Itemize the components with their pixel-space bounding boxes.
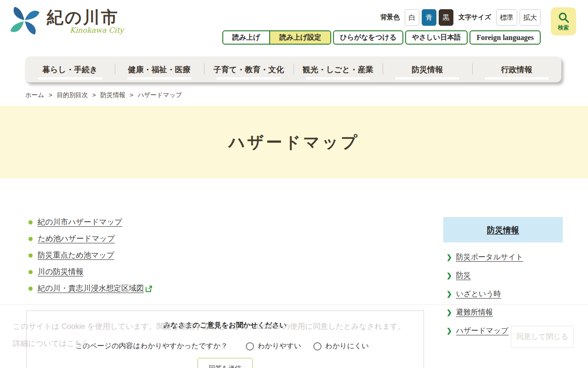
read-aloud-button[interactable]: 読み上げ [223, 31, 270, 44]
breadcrumb-separator: > [130, 92, 133, 98]
bullet-icon [28, 287, 33, 291]
font-standard-button[interactable]: 標準 [496, 9, 517, 26]
bosai-sidebar: 防災情報 ❯ 防災ポータルサイト ❯ 防災 ❯ いざという時 ❯ 避難所情報 ❯… [443, 217, 563, 340]
feedback-question: このページの内容はわかりやすかったですか？ [75, 341, 228, 351]
breadcrumb-separator: > [92, 92, 96, 98]
breadcrumb-bosai[interactable]: 防災情報 [100, 92, 125, 98]
nav-item-kenko[interactable]: 健康・福祉・医療 [115, 57, 204, 82]
site-header: 紀の川市 Kinokawa City 背景色 白 青 黒 文字サイズ 標準 拡大… [0, 0, 588, 51]
search-button[interactable]: 検索 [551, 7, 576, 35]
link-tameike-hazard-map[interactable]: ため池ハザードマップ [38, 234, 115, 244]
bullet-icon [28, 237, 33, 241]
bg-blue-button[interactable]: 青 [422, 9, 436, 26]
sidebar-link-bosai[interactable]: 防災 [456, 271, 471, 281]
bullet-icon [28, 253, 33, 258]
bullet-icon [28, 270, 33, 274]
nav-item-gyosei[interactable]: 行政情報 [472, 57, 562, 82]
hiragana-button[interactable]: ひらがなをつける [333, 30, 403, 45]
foreign-languages-button[interactable]: Foreign languages [469, 30, 541, 45]
chevron-right-icon: ❯ [447, 309, 452, 316]
kinokawa-logo-icon [9, 6, 40, 36]
list-item: 川の防災情報 [28, 264, 153, 280]
external-link-icon [146, 285, 153, 292]
chevron-right-icon: ❯ [447, 272, 452, 279]
assist-toolbar: 読み上げ 読み上げ設定 ひらがなをつける やさしい日本語 Foreign lan… [222, 30, 541, 45]
link-kawa-bosai-joho[interactable]: 川の防災情報 [38, 267, 83, 277]
feedback-title: みなさまのご意見をお聞かせください [27, 321, 424, 330]
radio-label-hard: わかりにくい [325, 341, 369, 351]
radio-icon[interactable] [246, 342, 254, 351]
bg-black-button[interactable]: 黒 [439, 9, 453, 26]
link-kinokawa-hazard-map[interactable]: 紀の川市ハザードマップ [38, 217, 122, 227]
nav-item-kanko[interactable]: 観光・しごと・産業 [294, 57, 383, 82]
list-item: ❯ 防災ポータルサイト [443, 248, 563, 266]
feedback-panel: みなさまのご意見をお聞かせください このページの内容はわかりやすかったですか？ … [26, 310, 424, 368]
accessibility-controls: 背景色 白 青 黒 文字サイズ 標準 拡大 [378, 9, 541, 26]
font-enlarge-button[interactable]: 拡大 [520, 9, 541, 26]
radio-option-hard[interactable]: わかりにくい [313, 341, 369, 351]
breadcrumb: ホーム > 目的別目次 > 防災情報 > ハザードマップ [25, 91, 182, 99]
nav-item-bosai[interactable]: 防災情報 [383, 57, 472, 82]
nav-item-kosodate[interactable]: 子育て・教育・文化 [204, 57, 294, 82]
list-item: ❯ 避難所情報 [443, 303, 563, 322]
search-icon [558, 12, 570, 23]
breadcrumb-home[interactable]: ホーム [25, 92, 44, 98]
nav-item-kurashi[interactable]: 暮らし・手続き [25, 57, 115, 82]
read-aloud-group: 読み上げ 読み上げ設定 [222, 30, 331, 45]
breadcrumb-separator: > [49, 92, 52, 98]
sidebar-header[interactable]: 防災情報 [443, 217, 563, 242]
link-shinsui-soutei-kuikizu[interactable]: 紀の川・貴志川浸水想定区域図 [38, 283, 144, 293]
list-item: ❯ いざという時 [443, 285, 563, 303]
read-aloud-settings-button[interactable]: 読み上げ設定 [269, 31, 330, 44]
list-item: ❯ 防災 [443, 266, 563, 285]
search-button-label: 検索 [558, 24, 569, 32]
radio-label-easy: わかりやすい [258, 341, 301, 351]
submit-answer-button[interactable]: 回答を送信 [198, 358, 253, 368]
sidebar-link-hazard-map[interactable]: ハザードマップ [456, 326, 509, 336]
site-logo[interactable]: 紀の川市 Kinokawa City [9, 6, 119, 36]
list-item: 紀の川市ハザードマップ [28, 214, 153, 230]
radio-icon[interactable] [313, 342, 322, 351]
sidebar-title: 防災情報 [487, 224, 519, 236]
sidebar-link-hinanjo-joho[interactable]: 避難所情報 [456, 308, 493, 317]
sidebar-link-iza-toiu-toki[interactable]: いざという時 [456, 289, 501, 299]
list-item: 防災重点ため池マップ [28, 247, 153, 264]
chevron-right-icon: ❯ [447, 327, 452, 334]
main-nav: 暮らし・手続き 健康・福祉・医療 子育て・教育・文化 観光・しごと・産業 防災情… [25, 57, 561, 82]
list-item: 紀の川・貴志川浸水想定区域図 [28, 280, 153, 297]
hazard-map-link-list: 紀の川市ハザードマップ ため池ハザードマップ 防災重点ため池マップ 川の防災情報… [28, 214, 153, 297]
cookie-accept-button[interactable]: 同意して閉じる [511, 326, 574, 348]
feedback-question-row: このページの内容はわかりやすかったですか？ わかりやすい わかりにくい [27, 341, 424, 351]
page-title-banner: ハザードマップ [0, 106, 588, 178]
easy-japanese-button[interactable]: やさしい日本語 [405, 30, 468, 45]
bullet-icon [28, 220, 33, 224]
bg-white-button[interactable]: 白 [405, 9, 419, 26]
breadcrumb-mokuteki[interactable]: 目的別目次 [57, 92, 88, 98]
site-title-en: Kinokawa City [70, 26, 124, 34]
breadcrumb-current: ハザードマップ [138, 92, 182, 98]
chevron-right-icon: ❯ [447, 253, 452, 261]
link-bosai-juten-tameike-map[interactable]: 防災重点ため池マップ [38, 250, 114, 260]
list-item: ため池ハザードマップ [28, 230, 153, 247]
bg-color-label: 背景色 [380, 13, 400, 22]
radio-option-easy[interactable]: わかりやすい [246, 341, 301, 351]
chevron-right-icon: ❯ [447, 290, 452, 298]
font-size-label: 文字サイズ [458, 13, 491, 22]
page-title: ハザードマップ [229, 132, 360, 153]
sidebar-link-bosai-portal[interactable]: 防災ポータルサイト [456, 253, 523, 262]
